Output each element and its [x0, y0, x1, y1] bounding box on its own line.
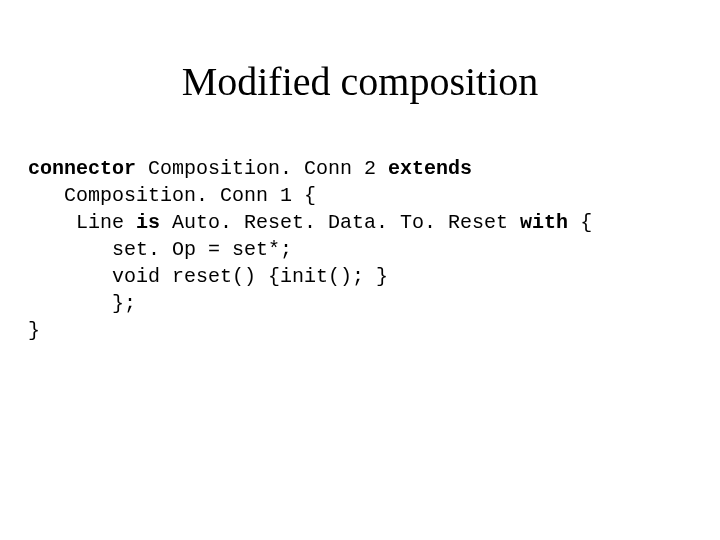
code-text: Composition. Conn 2 [136, 157, 388, 180]
slide: Modified composition connector Compositi… [0, 0, 720, 540]
code-text: }; [28, 292, 136, 315]
keyword-with: with [520, 211, 568, 234]
code-text: Composition. Conn 1 { [28, 184, 316, 207]
keyword-connector: connector [28, 157, 136, 180]
code-text: void reset() {init(); } [28, 265, 388, 288]
slide-title: Modified composition [0, 58, 720, 105]
keyword-extends: extends [388, 157, 472, 180]
code-block: connector Composition. Conn 2 extends Co… [28, 155, 592, 344]
code-text: Auto. Reset. Data. To. Reset [160, 211, 520, 234]
code-text: set. Op = set*; [28, 238, 292, 261]
code-text: } [28, 319, 40, 342]
code-text: Line [28, 211, 136, 234]
code-text: { [568, 211, 592, 234]
keyword-is: is [136, 211, 160, 234]
